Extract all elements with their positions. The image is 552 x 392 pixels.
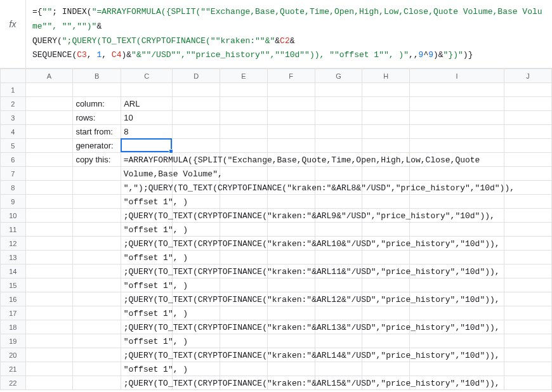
cell-F10[interactable] — [267, 209, 315, 223]
cell-B20[interactable] — [73, 348, 121, 362]
cell-J19[interactable] — [504, 334, 552, 348]
cell-C21[interactable] — [121, 362, 173, 376]
cell-F20[interactable] — [267, 348, 315, 362]
col-header-E[interactable]: E — [220, 69, 268, 83]
cell-B13[interactable] — [73, 251, 121, 265]
cell-D4[interactable] — [173, 125, 220, 139]
cell-J10[interactable] — [504, 209, 552, 223]
cell-F9[interactable] — [267, 195, 315, 209]
row-header-8[interactable]: 8 — [1, 181, 26, 195]
cell-J8[interactable] — [504, 181, 552, 195]
row-header-2[interactable]: 2 — [1, 97, 26, 111]
cell-D21[interactable] — [173, 362, 220, 376]
cell-C14[interactable] — [121, 265, 173, 278]
col-header-H[interactable]: H — [362, 69, 410, 83]
row-header-16[interactable]: 16 — [1, 292, 26, 306]
cell-F16[interactable] — [267, 292, 315, 306]
cell-G22[interactable] — [315, 376, 362, 390]
cell-D16[interactable] — [173, 292, 220, 306]
cell-E2[interactable] — [220, 97, 268, 111]
spreadsheet-grid[interactable]: ABCDEFGHIJ12column:ARL3rows:104start fro… — [0, 69, 552, 392]
cell-G15[interactable] — [315, 278, 362, 292]
cell-I12[interactable] — [410, 237, 504, 251]
cell-D20[interactable] — [173, 348, 220, 362]
cell-I21[interactable] — [410, 362, 504, 376]
cell-J21[interactable] — [504, 362, 552, 376]
cell-C22[interactable] — [121, 376, 173, 390]
cell-A5[interactable] — [25, 139, 73, 153]
cell-F13[interactable] — [267, 251, 315, 265]
cell-E13[interactable] — [220, 251, 268, 265]
row-header-1[interactable]: 1 — [1, 83, 26, 97]
cell-A18[interactable] — [25, 320, 73, 334]
cell-J18[interactable] — [504, 320, 552, 334]
cell-C7[interactable] — [121, 167, 173, 181]
row-header-3[interactable]: 3 — [1, 111, 26, 125]
row-header-4[interactable]: 4 — [1, 125, 26, 139]
col-header-B[interactable]: B — [73, 69, 121, 83]
cell-I13[interactable] — [410, 251, 504, 265]
cell-I6[interactable] — [410, 153, 504, 167]
cell-E17[interactable] — [220, 306, 268, 320]
cell-J13[interactable] — [504, 251, 552, 265]
cell-J14[interactable] — [504, 265, 552, 278]
cell-J3[interactable] — [504, 111, 552, 125]
cell-I4[interactable] — [410, 125, 504, 139]
cell-G13[interactable] — [315, 251, 362, 265]
cell-H22[interactable] — [362, 376, 410, 390]
cell-A6[interactable] — [25, 153, 73, 167]
cell-B2[interactable]: column: — [73, 97, 121, 111]
cell-B6[interactable]: copy this: — [73, 153, 121, 167]
cell-A21[interactable] — [25, 362, 73, 376]
cell-E15[interactable] — [220, 278, 268, 292]
cell-I14[interactable] — [410, 265, 504, 278]
cell-F12[interactable] — [267, 237, 315, 251]
cell-D22[interactable] — [173, 376, 220, 390]
cell-E21[interactable] — [220, 362, 268, 376]
cell-E3[interactable] — [220, 111, 268, 125]
cell-G4[interactable] — [315, 125, 362, 139]
cell-D2[interactable] — [173, 97, 220, 111]
cell-I8[interactable] — [410, 181, 504, 195]
row-header-22[interactable]: 22 — [1, 376, 26, 390]
cell-E10[interactable] — [220, 209, 268, 223]
cell-A11[interactable] — [25, 223, 73, 237]
cell-A8[interactable] — [25, 181, 73, 195]
cell-G12[interactable] — [315, 237, 362, 251]
cell-D18[interactable] — [173, 320, 220, 334]
cell-C6[interactable] — [121, 153, 173, 167]
cell-E20[interactable] — [220, 348, 268, 362]
cell-G8[interactable] — [315, 181, 362, 195]
col-header-F[interactable]: F — [267, 69, 315, 83]
cell-D15[interactable] — [173, 278, 220, 292]
cell-G9[interactable] — [315, 195, 362, 209]
cell-B15[interactable] — [73, 278, 121, 292]
cell-C8[interactable] — [121, 181, 173, 195]
cell-G18[interactable] — [315, 320, 362, 334]
cell-C3[interactable]: 10 — [121, 111, 173, 125]
cell-J20[interactable] — [504, 348, 552, 362]
cell-B5[interactable]: generator: — [73, 139, 121, 153]
row-header-7[interactable]: 7 — [1, 167, 26, 181]
col-header-G[interactable]: G — [315, 69, 362, 83]
cell-C4[interactable]: 8 — [121, 125, 173, 139]
cell-E4[interactable] — [220, 125, 268, 139]
cell-E8[interactable] — [220, 181, 268, 195]
cell-H3[interactable] — [362, 111, 410, 125]
cell-A1[interactable] — [25, 83, 73, 97]
cell-E14[interactable] — [220, 265, 268, 278]
cell-J22[interactable] — [504, 376, 552, 390]
cell-I15[interactable] — [410, 278, 504, 292]
cell-B12[interactable] — [73, 237, 121, 251]
cell-F17[interactable] — [267, 306, 315, 320]
row-header-5[interactable]: 5 — [1, 139, 26, 153]
cell-J16[interactable] — [504, 292, 552, 306]
cell-G10[interactable] — [315, 209, 362, 223]
cell-A16[interactable] — [25, 292, 73, 306]
cell-A22[interactable] — [25, 376, 73, 390]
cell-G1[interactable] — [315, 83, 362, 97]
cell-B8[interactable] — [73, 181, 121, 195]
cell-J11[interactable] — [504, 223, 552, 237]
cell-D8[interactable] — [173, 181, 220, 195]
cell-E22[interactable] — [220, 376, 268, 390]
